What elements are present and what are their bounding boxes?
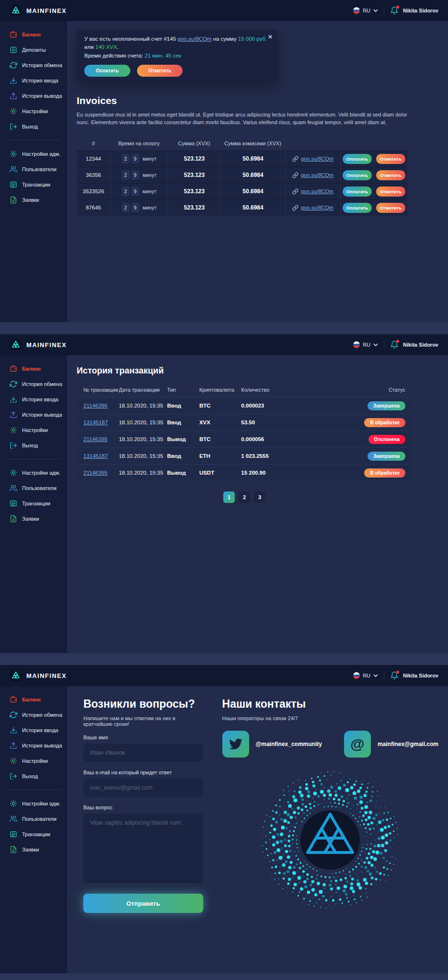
invoice-row: 36356 2 9 минут 523.123 50.6984	[77, 167, 407, 183]
sidebar-item[interactable]: Настройки адм.	[0, 146, 67, 162]
status-badge: Завершена	[368, 452, 405, 461]
sidebar-item[interactable]: Выход	[0, 769, 67, 784]
sidebar-item[interactable]: Выход	[0, 119, 67, 134]
invoice-link[interactable]: goo.su/8CQm	[301, 205, 333, 210]
sidebar-item[interactable]: История ввода	[0, 723, 67, 738]
bell-icon[interactable]	[390, 6, 399, 15]
sidebar-item-label: История ввода	[22, 397, 58, 402]
pagination-button[interactable]: 2	[239, 491, 250, 503]
name-field[interactable]	[83, 744, 203, 762]
pay-button[interactable]: Оплатить	[343, 154, 372, 164]
sidebar-item[interactable]: Заявки	[0, 842, 67, 857]
sidebar-item[interactable]: Настройки адм.	[0, 796, 67, 811]
transaction-id-link[interactable]: 21146395	[83, 436, 107, 442]
sidebar-item[interactable]: История обмена	[0, 58, 67, 73]
user-menu[interactable]: Nikita Sidorov	[390, 6, 438, 15]
sidebar-item[interactable]: Транзакции	[0, 827, 67, 842]
mark-button[interactable]: Отметить	[376, 170, 405, 180]
sidebar-divider	[7, 459, 60, 459]
sidebar-item[interactable]: Настройки адм.	[0, 465, 67, 480]
language-selector[interactable]: RU	[353, 341, 378, 348]
invoice-row: 87645 2 9 минут 523.123 50.6984	[77, 199, 407, 216]
sidebar-item[interactable]: Баланс	[0, 27, 67, 42]
sidebar-item[interactable]: Настройки	[0, 104, 67, 119]
sidebar-item[interactable]: Настройки	[0, 753, 67, 769]
timer-unit: минут	[143, 172, 157, 178]
transaction-amount: 0.000023	[241, 403, 305, 408]
sidebar-item-label: Баланс	[22, 697, 41, 702]
invoice-id: 87645	[77, 200, 110, 216]
page-description: Eu suspendisse mus id in amet metus eget…	[77, 111, 412, 127]
submit-button[interactable]: Отправить	[83, 894, 203, 913]
close-icon[interactable]: ✕	[268, 33, 273, 41]
email-contact[interactable]: @ mainfinex@gmail.com	[344, 731, 438, 758]
bell-icon[interactable]	[390, 340, 399, 349]
email-field[interactable]	[83, 779, 203, 797]
pay-button[interactable]: Оплатить	[343, 170, 372, 180]
pay-button[interactable]: Оплатить	[343, 203, 372, 213]
pagination-button[interactable]: 1	[223, 491, 235, 503]
brand: MAINFINEX	[10, 338, 67, 351]
language-selector[interactable]: RU	[353, 7, 378, 14]
transaction-id-link[interactable]: 21146395	[83, 403, 107, 408]
pay-button[interactable]: Оплатить	[84, 65, 130, 77]
sidebar-item[interactable]: История ввода	[0, 392, 67, 407]
sidebar-item[interactable]: История ввода	[0, 73, 67, 88]
invoices-table-header: # Время на оплату Сумма (XVX) Сумма коми…	[77, 136, 407, 151]
mark-button[interactable]: Отметить	[137, 65, 183, 77]
invoice-link[interactable]: goo.su/8CQm	[177, 36, 211, 42]
pagination-button[interactable]: 3	[254, 491, 265, 503]
mark-button[interactable]: Отметить	[376, 154, 405, 164]
user-name: Nikita Sidorov	[403, 8, 438, 13]
app-header: MAINFINEX RU Nikita Sidorov	[0, 0, 448, 21]
email-at-icon[interactable]: @	[344, 731, 371, 758]
sidebar-item[interactable]: Пользователи	[0, 811, 67, 827]
brand: MAINFINEX	[10, 4, 67, 17]
app-header: MAINFINEX RU Nikita Sidorov	[0, 665, 448, 686]
sidebar-item[interactable]: История вывода	[0, 88, 67, 104]
sidebar-item[interactable]: Транзакции	[0, 177, 67, 192]
sidebar-item[interactable]: Заявки	[0, 192, 67, 208]
sidebar-item-icon	[10, 365, 17, 373]
mark-button[interactable]: Отметить	[376, 203, 405, 213]
sidebar-item[interactable]: Баланс	[0, 692, 67, 707]
transaction-currency: BTC	[199, 436, 241, 442]
pay-button[interactable]: Оплатить	[343, 187, 372, 197]
sidebar-item[interactable]: Пользователи	[0, 162, 67, 177]
sidebar-item[interactable]: Настройки	[0, 422, 67, 438]
sidebar-item[interactable]: Баланс	[0, 361, 67, 376]
notification-badge	[396, 339, 400, 343]
language-selector[interactable]: RU	[353, 672, 378, 679]
user-menu[interactable]: Nikita Sidorov	[390, 671, 438, 680]
twitter-handle: @mainfinex_community	[256, 741, 322, 747]
transaction-id-link[interactable]: 21146395	[83, 470, 107, 476]
amount-xvx: 140 XVX	[95, 44, 117, 50]
notification-badge	[396, 670, 400, 674]
invoice-link[interactable]: goo.su/8CQm	[301, 172, 333, 178]
sidebar-item[interactable]: Заявки	[0, 511, 67, 526]
sidebar-item-label: Пользователи	[22, 816, 57, 822]
sidebar-item[interactable]: История вывода	[0, 407, 67, 422]
sidebar-item[interactable]: Транзакции	[0, 496, 67, 511]
twitter-icon[interactable]	[222, 731, 249, 758]
sidebar-item[interactable]: Пользователи	[0, 480, 67, 496]
sidebar-item[interactable]: История обмена	[0, 707, 67, 723]
invoice-link[interactable]: goo.su/8CQm	[301, 188, 333, 194]
question-field[interactable]	[83, 814, 203, 883]
sidebar-divider	[7, 140, 60, 140]
sidebar-item-label: История ввода	[22, 727, 58, 733]
transaction-id-link[interactable]: 13145187	[83, 420, 108, 425]
twitter-contact[interactable]: @mainfinex_community	[222, 731, 322, 758]
invoice-link[interactable]: goo.su/8CQm	[301, 156, 333, 162]
sidebar-item[interactable]: Выход	[0, 438, 67, 453]
sidebar-item-label: Баланс	[22, 366, 41, 372]
transaction-id-link[interactable]: 13145187	[83, 453, 108, 459]
bell-icon[interactable]	[390, 671, 399, 680]
invoice-timer: 2 9 минут	[110, 167, 168, 183]
sidebar-item[interactable]: История обмена	[0, 376, 67, 392]
user-menu[interactable]: Nikita Sidorov	[390, 340, 438, 349]
sidebar-item[interactable]: Депозиты	[0, 42, 67, 58]
sidebar-item[interactable]: История вывода	[0, 738, 67, 753]
invoice-id: 36356	[77, 167, 110, 183]
mark-button[interactable]: Отметить	[376, 187, 405, 197]
